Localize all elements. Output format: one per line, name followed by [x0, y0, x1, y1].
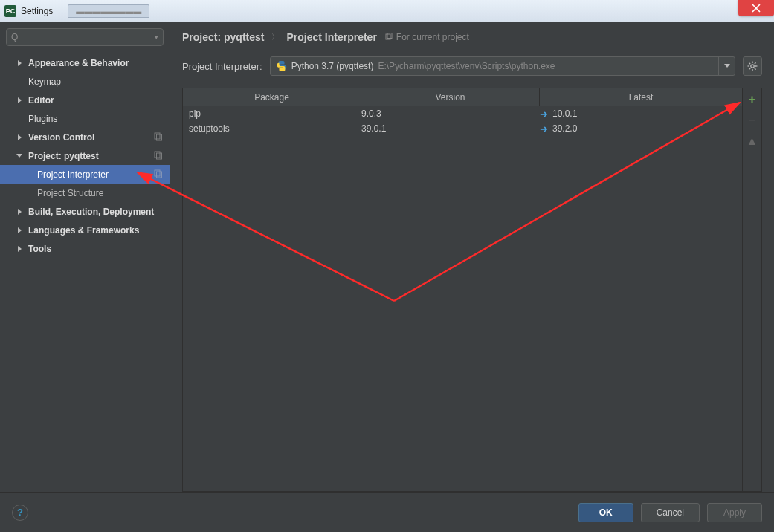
app-icon: PC [4, 5, 16, 17]
sidebar-item[interactable]: Plugins [0, 109, 170, 128]
svg-line-16 [749, 68, 750, 70]
col-package[interactable]: Package [183, 88, 361, 106]
main-panel: Project: pyqttest 〉 Project Interpreter … [170, 22, 774, 492]
sidebar-item-label: Project Interpreter [37, 169, 109, 180]
sidebar-item[interactable]: Editor [0, 91, 170, 109]
sidebar-item-label: Build, Execution, Deployment [28, 207, 154, 217]
close-icon [752, 4, 761, 13]
breadcrumb-project: Project: pyqttest [182, 31, 264, 43]
chevron-down-icon [724, 64, 730, 68]
sidebar-item-label: Languages & Frameworks [28, 225, 139, 236]
table-header: Package Version Latest [183, 88, 742, 106]
interpreter-label: Project Interpreter: [182, 61, 262, 72]
cancel-button[interactable]: Cancel [641, 503, 700, 522]
sidebar-item[interactable]: Languages & Frameworks [0, 221, 170, 239]
sidebar-item-label: Keymap [28, 77, 61, 87]
search-input-wrapper[interactable]: Q ▾ [6, 28, 164, 46]
col-version[interactable]: Version [361, 88, 540, 106]
search-icon: Q [11, 32, 18, 42]
sidebar: Q ▾ Appearance & BehaviorKeymapEditorPlu… [0, 22, 170, 492]
svg-line-13 [749, 62, 750, 64]
table-body: pip9.0.3➜10.0.1setuptools39.0.1➜39.2.0 [183, 106, 742, 136]
sidebar-item[interactable]: Build, Execution, Deployment [0, 202, 170, 221]
project-badge-icon [153, 150, 164, 160]
window-close-button[interactable] [738, 0, 774, 16]
upgrade-arrow-icon: ➜ [540, 123, 548, 134]
upgrade-package-button[interactable]: ▲ [746, 134, 759, 148]
svg-rect-0 [155, 133, 160, 139]
svg-rect-5 [157, 172, 162, 178]
interpreter-settings-button[interactable] [743, 56, 762, 76]
sidebar-item-label: Plugins [28, 114, 57, 124]
help-button[interactable]: ? [12, 505, 28, 521]
svg-line-14 [755, 68, 756, 70]
upgrade-arrow-icon: ➜ [540, 108, 548, 120]
cell-package: pip [183, 108, 361, 119]
cell-latest: ➜10.0.1 [540, 108, 742, 120]
interpreter-path: E:\Pycharm\pyqttest\venv\Scripts\python.… [378, 61, 555, 71]
project-badge-icon [153, 132, 164, 142]
cell-latest-value: 39.2.0 [552, 123, 577, 134]
svg-line-15 [755, 62, 756, 64]
table-row[interactable]: setuptools39.0.1➜39.2.0 [183, 121, 742, 136]
sidebar-item[interactable]: Project Structure [0, 184, 170, 202]
table-toolbar: + − ▲ [742, 88, 761, 491]
cell-package: setuptools [183, 123, 361, 134]
footer: ? OK Cancel Apply [0, 492, 774, 532]
copy-icon [384, 33, 393, 42]
window-title: Settings [21, 6, 53, 16]
table-row[interactable]: pip9.0.3➜10.0.1 [183, 106, 742, 121]
breadcrumb: Project: pyqttest 〉 Project Interpreter … [182, 31, 762, 43]
sidebar-item[interactable]: Tools [0, 239, 170, 258]
svg-rect-3 [157, 153, 162, 159]
cell-latest: ➜39.2.0 [540, 123, 742, 134]
breadcrumb-page: Project Interpreter [286, 31, 376, 43]
svg-rect-2 [155, 152, 160, 158]
sidebar-item-label: Appearance & Behavior [28, 58, 129, 68]
interpreter-select[interactable]: Python 3.7 (pyqttest) E:\Pycharm\pyqttes… [270, 56, 735, 76]
background-tab: ▬▬▬▬▬▬▬▬ [68, 4, 149, 18]
apply-button[interactable]: Apply [707, 503, 762, 522]
project-badge-icon [153, 169, 164, 179]
sidebar-item[interactable]: Appearance & Behavior [0, 53, 170, 72]
add-package-button[interactable]: + [746, 93, 759, 106]
svg-point-8 [751, 65, 754, 68]
sidebar-item-label: Project Structure [37, 188, 103, 198]
interpreter-name: Python 3.7 (pyqttest) [291, 61, 374, 71]
python-icon [277, 61, 287, 71]
interpreter-dropdown-button[interactable] [718, 57, 735, 75]
breadcrumb-hint: For current project [384, 32, 469, 42]
chevron-right-icon: 〉 [271, 32, 279, 42]
sidebar-item[interactable]: Keymap [0, 72, 170, 91]
svg-rect-4 [155, 170, 160, 176]
sidebar-item[interactable]: Version Control [0, 128, 170, 146]
breadcrumb-hint-text: For current project [396, 32, 469, 42]
remove-package-button[interactable]: − [746, 114, 759, 127]
col-latest[interactable]: Latest [540, 88, 742, 106]
chevron-down-icon: ▾ [155, 33, 158, 41]
ok-button[interactable]: OK [578, 503, 633, 522]
interpreter-row: Project Interpreter: Python 3.7 (pyqttes… [182, 56, 762, 76]
sidebar-item-label: Tools [28, 244, 51, 254]
sidebar-item-label: Project: pyqttest [28, 151, 99, 161]
cell-latest-value: 10.0.1 [552, 108, 577, 119]
sidebar-item-label: Version Control [28, 132, 94, 143]
cell-version: 39.0.1 [361, 123, 540, 134]
sidebar-item-project-interpreter[interactable]: Project Interpreter [0, 165, 170, 184]
gear-icon [747, 61, 758, 71]
sidebar-item[interactable]: Project: pyqttest [0, 146, 170, 165]
settings-tree: Appearance & BehaviorKeymapEditorPlugins… [0, 49, 170, 492]
svg-rect-1 [157, 134, 162, 140]
sidebar-item-label: Editor [28, 95, 54, 106]
search-input[interactable] [21, 32, 155, 42]
packages-table: Package Version Latest pip9.0.3➜10.0.1se… [182, 88, 762, 492]
titlebar: PC Settings ▬▬▬▬▬▬▬▬ [0, 0, 774, 22]
cell-version: 9.0.3 [361, 108, 540, 119]
